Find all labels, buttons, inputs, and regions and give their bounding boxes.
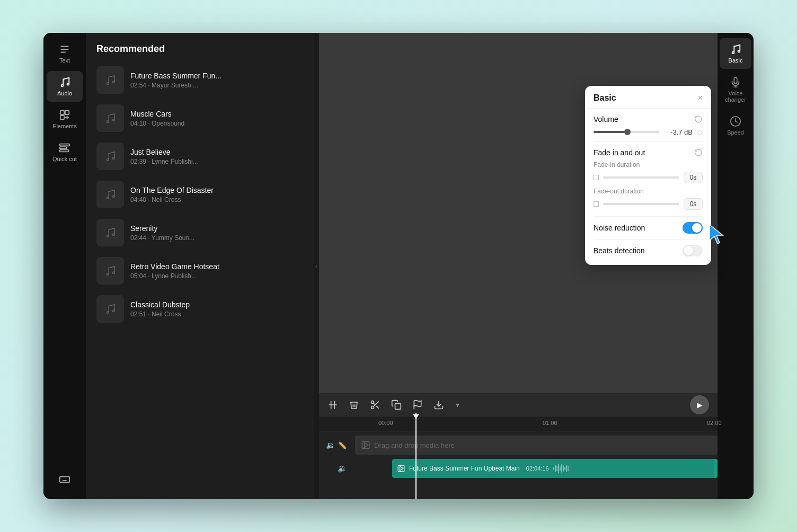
svg-rect-1 — [65, 111, 69, 114]
delete-icon[interactable] — [349, 400, 359, 410]
right-panel: Basic Voice changer Speed — [718, 33, 754, 499]
audio-panel: Recommended Future Bass Summer Fun... 02… — [86, 33, 314, 499]
video-track-content: Drag and drop media here — [355, 436, 718, 455]
app-window: Text Audio Elements Quick cut — [43, 33, 754, 499]
timeline-ruler: 00:00 01:00 02:00 — [319, 416, 718, 431]
download-icon[interactable] — [433, 400, 444, 410]
clip-label: Future Bass Summer Fun Upbeat Main — [409, 465, 520, 472]
audio-track-clip[interactable]: Future Bass Summer Fun Upbeat Main 02:04… — [392, 459, 718, 478]
flag-icon[interactable] — [412, 400, 423, 410]
sidebar-item-elements-label: Elements — [52, 123, 77, 129]
beats-detection-knob — [684, 246, 693, 255]
track-meta-7: 02:51 · Neil Cross — [130, 311, 303, 318]
track-meta-5: 02:44 · Yummy Soun... — [130, 234, 303, 242]
track-item-1[interactable]: Future Bass Summer Fun... 02:54 · Mayur … — [92, 61, 307, 99]
svg-rect-9 — [395, 403, 401, 409]
svg-rect-5 — [60, 150, 68, 152]
edit-icon[interactable]: ✏️ — [338, 441, 347, 449]
fade-in-dot — [594, 175, 599, 180]
track-info-3: Just Believe 02:39 · Lynne Publishi... — [130, 148, 303, 165]
video-track-row: 🔉 ✏️ Drag and drop media here — [319, 435, 718, 456]
volume-value: -3.7 dB — [663, 128, 693, 136]
sidebar-item-elements[interactable]: Elements — [47, 104, 83, 135]
basic-settings-panel: Basic × Volume -3.7 dB ◇ Fade in and out — [585, 86, 711, 265]
ruler-mark-2: 02:00 — [707, 420, 722, 426]
svg-rect-3 — [60, 144, 69, 146]
copy-icon[interactable] — [391, 400, 402, 410]
track-meta-4: 04:40 · Neil Cross — [130, 196, 303, 203]
track-item-5[interactable]: Serenity 02:44 · Yummy Soun... — [92, 214, 307, 252]
track-info-1: Future Bass Summer Fun... 02:54 · Mayur … — [130, 72, 303, 89]
svg-rect-4 — [60, 147, 67, 149]
noise-reduction-row: Noise reduction — [585, 217, 711, 234]
track-item-6[interactable]: Retro Video Game Hotseat 05:04 · Lynne P… — [92, 252, 307, 290]
fade-in-row: 0s — [594, 172, 703, 183]
sidebar-item-keyboard[interactable] — [47, 468, 83, 491]
audio-volume-icon[interactable]: 🔉 — [338, 464, 347, 473]
sidebar-item-text[interactable]: Text — [47, 38, 83, 69]
tracks-container: 🔉 ✏️ Drag and drop media here 🔉 — [319, 431, 718, 499]
fade-reset-icon[interactable] — [694, 148, 703, 157]
right-panel-item-speed[interactable]: Speed — [720, 110, 751, 141]
beats-detection-toggle[interactable] — [683, 245, 703, 256]
volume-slider[interactable] — [594, 131, 659, 133]
sidebar-item-quickcut-label: Quick cut — [52, 156, 77, 162]
noise-reduction-toggle[interactable] — [683, 222, 703, 234]
track-name-1: Future Bass Summer Fun... — [130, 72, 303, 80]
right-panel-voice-label: Voice changer — [723, 90, 748, 103]
track-list: Future Bass Summer Fun... 02:54 · Mayur … — [86, 61, 314, 499]
fade-out-dot — [594, 201, 599, 207]
volume-reset-icon[interactable] — [694, 115, 703, 123]
playhead-head — [413, 414, 419, 419]
sidebar-item-audio[interactable]: Audio — [47, 71, 83, 102]
fade-out-row: 0s — [594, 198, 703, 210]
svg-point-7 — [371, 401, 374, 403]
right-panel-basic-label: Basic — [729, 57, 743, 64]
drag-drop-label: Drag and drop media here — [374, 441, 455, 449]
audio-track-content: Future Bass Summer Fun Upbeat Main 02:04… — [355, 459, 718, 478]
basic-panel-title: Basic — [594, 93, 616, 103]
track-name-5: Serenity — [130, 224, 303, 233]
sidebar-item-quickcut[interactable]: Quick cut — [47, 137, 83, 167]
split-icon[interactable] — [327, 400, 338, 410]
play-button[interactable]: ▶ — [690, 395, 709, 414]
beats-detection-label: Beats detection — [594, 246, 645, 255]
track-info-2: Muscle Cars 04:10 · Opensound — [130, 110, 303, 127]
volume-keyframe-icon[interactable]: ◇ — [697, 128, 703, 136]
video-track-placeholder[interactable]: Drag and drop media here — [355, 436, 718, 455]
basic-panel-close-button[interactable]: × — [698, 94, 703, 102]
noise-reduction-knob — [692, 223, 702, 233]
track-thumb-7 — [96, 295, 124, 323]
beats-detection-row: Beats detection — [585, 240, 711, 256]
sidebar-item-text-label: Text — [59, 57, 70, 64]
track-item-7[interactable]: Classical Dubstep 02:51 · Neil Cross — [92, 290, 307, 328]
track-info-4: On The Edge Of Disaster 04:40 · Neil Cro… — [130, 186, 303, 203]
volume-label: Volume — [594, 115, 618, 123]
volume-icon[interactable]: 🔉 — [326, 441, 335, 449]
timeline-toolbar: ▾ ▶ — [319, 393, 718, 416]
track-info-5: Serenity 02:44 · Yummy Soun... — [130, 224, 303, 242]
audio-track-row: 🔉 Future Bass Summer Fun Upbeat Main 02:… — [319, 458, 718, 479]
video-track-controls: 🔉 ✏️ — [319, 441, 351, 449]
noise-reduction-label: Noise reduction — [594, 224, 645, 232]
waveform — [553, 463, 569, 474]
fade-out-slider[interactable] — [603, 203, 679, 205]
track-item-3[interactable]: Just Believe 02:39 · Lynne Publishi... — [92, 137, 307, 175]
right-panel-item-voice[interactable]: Voice changer — [720, 71, 751, 108]
cut-icon[interactable] — [370, 400, 380, 410]
track-name-7: Classical Dubstep — [130, 300, 303, 309]
track-meta-2: 04:10 · Opensound — [130, 120, 303, 127]
track-thumb-2 — [96, 104, 124, 132]
left-sidebar: Text Audio Elements Quick cut — [43, 33, 86, 499]
panel-collapse-button[interactable]: ‹ — [314, 33, 319, 499]
right-panel-item-basic[interactable]: Basic — [720, 38, 751, 69]
svg-rect-6 — [60, 477, 69, 483]
fade-in-slider[interactable] — [603, 176, 679, 179]
volume-row: -3.7 dB ◇ — [594, 128, 703, 136]
track-item-2[interactable]: Muscle Cars 04:10 · Opensound — [92, 99, 307, 137]
sidebar-item-audio-label: Audio — [57, 90, 72, 96]
track-item-4[interactable]: On The Edge Of Disaster 04:40 · Neil Cro… — [92, 175, 307, 214]
ruler-marks: 00:00 01:00 02:00 — [378, 416, 686, 431]
ruler-mark-0: 00:00 — [378, 420, 393, 426]
svg-rect-2 — [60, 116, 64, 119]
